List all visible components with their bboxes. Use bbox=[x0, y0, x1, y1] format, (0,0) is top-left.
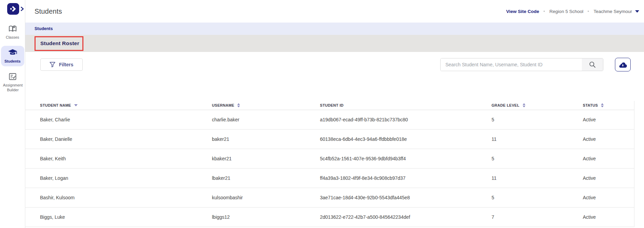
search-box bbox=[440, 58, 603, 71]
column-label: STUDENT ID bbox=[320, 103, 344, 107]
table-row[interactable]: Baker, Charlie charlie.baker a19db067-ec… bbox=[25, 110, 634, 130]
graduation-cap-icon bbox=[8, 49, 17, 56]
cell-grade-level: 5 bbox=[492, 195, 583, 200]
column-header-student-id: STUDENT ID bbox=[320, 103, 492, 107]
school-name: Region 5 School bbox=[549, 9, 583, 14]
cell-status: Active bbox=[583, 175, 634, 181]
chevron-right-icon bbox=[21, 6, 24, 11]
separator-dot-icon bbox=[544, 11, 545, 12]
cell-username: lbiggs12 bbox=[212, 214, 320, 220]
logo-row bbox=[0, 0, 25, 17]
sidebar-nav: Classes Students bbox=[0, 22, 25, 98]
cell-student-name: Bashir, Kulsoom bbox=[40, 195, 212, 200]
section-title: Student Roster bbox=[40, 40, 79, 46]
cell-grade-level: 5 bbox=[492, 156, 583, 161]
arrow-logo-icon bbox=[10, 5, 17, 12]
cell-student-name: Baker, Keith bbox=[40, 156, 212, 161]
cell-grade-level: 11 bbox=[492, 136, 583, 142]
user-menu[interactable]: Teachme Seymour bbox=[593, 9, 639, 14]
page-title: Students bbox=[35, 8, 62, 15]
students-page: Classes Students bbox=[0, 0, 644, 228]
cell-status: Active bbox=[583, 195, 634, 200]
cell-username: lbaker21 bbox=[212, 175, 320, 181]
cell-grade-level: 5 bbox=[492, 117, 583, 122]
sort-icon bbox=[523, 103, 525, 107]
cell-status: Active bbox=[583, 214, 634, 220]
cell-student-id: 5c4fb52a-1561-407e-9536-9dbfd94b3ff4 bbox=[320, 156, 492, 161]
top-header: Students View Site Code Region 5 School … bbox=[25, 0, 644, 23]
sidebar: Classes Students bbox=[0, 0, 25, 228]
sidebar-item-classes[interactable]: Classes bbox=[1, 22, 24, 42]
section-title-bar: Student Roster bbox=[25, 35, 644, 52]
sidebar-item-students[interactable]: Students bbox=[1, 46, 24, 66]
table-header-row: STUDENT NAME USERNAME STUDENT ID GRADE L… bbox=[25, 101, 634, 110]
cell-student-id: 60138eca-6db4-4ec3-94a6-ffdbbbfe018e bbox=[320, 136, 492, 142]
caret-down-icon bbox=[635, 10, 639, 13]
sidebar-item-label: Students bbox=[1, 59, 24, 64]
table-row[interactable]: Biggs, Luke lbiggs12 2d013622-e722-42b7-… bbox=[25, 207, 634, 227]
separator-dot-icon bbox=[588, 11, 589, 12]
table-row[interactable]: Baker, Keith kbaker21 5c4fb52a-1561-407e… bbox=[25, 149, 634, 169]
filter-funnel-icon bbox=[50, 62, 55, 67]
cell-username: charlie.baker bbox=[212, 117, 320, 122]
cell-student-name: Baker, Logan bbox=[40, 175, 212, 181]
table-row[interactable]: Baker, Logan lbaker21 ff4a39a3-1802-4f9f… bbox=[25, 169, 634, 188]
sort-descending-icon bbox=[74, 104, 78, 106]
cell-username: baker21 bbox=[212, 136, 320, 142]
table-row[interactable]: Baker, Danielle baker21 60138eca-6db4-4e… bbox=[25, 130, 634, 149]
cell-student-id: a19db067-ecad-49ff-b73b-821bc737bc80 bbox=[320, 117, 492, 122]
search-icon bbox=[589, 61, 596, 68]
export-download-button[interactable] bbox=[615, 58, 631, 71]
table-row[interactable]: Bashir, Kulsoom kulsoombashir 3ae71cae-1… bbox=[25, 188, 634, 207]
cell-status: Active bbox=[583, 117, 634, 122]
filters-label: Filters bbox=[59, 62, 73, 67]
cell-grade-level: 11 bbox=[492, 175, 583, 181]
sort-icon bbox=[237, 103, 240, 107]
breadcrumb-students[interactable]: Students bbox=[35, 26, 53, 31]
cell-student-name: Baker, Danielle bbox=[40, 136, 212, 142]
breadcrumb: Students bbox=[25, 23, 644, 35]
column-header-username[interactable]: USERNAME bbox=[212, 103, 320, 107]
column-label: USERNAME bbox=[212, 103, 234, 107]
view-site-code-link[interactable]: View Site Code bbox=[506, 9, 539, 14]
search-input[interactable] bbox=[441, 58, 582, 71]
cell-status: Active bbox=[583, 156, 634, 161]
sidebar-expand-toggle[interactable] bbox=[21, 6, 25, 12]
cell-grade-level: 7 bbox=[492, 214, 583, 220]
cell-student-id: ff4a39a3-1802-4f9f-8e34-8c908cb97d37 bbox=[320, 175, 492, 181]
cell-student-id: 3ae71cae-18d4-430e-92b0-5543dfa445e8 bbox=[320, 195, 492, 200]
sidebar-item-label: Assignment Builder bbox=[1, 83, 25, 92]
toolbar: Filters bbox=[25, 58, 644, 71]
column-header-student-name[interactable]: STUDENT NAME bbox=[40, 103, 212, 107]
cloud-download-icon bbox=[619, 62, 627, 68]
main-area: Students View Site Code Region 5 School … bbox=[25, 0, 644, 228]
sidebar-item-label: Classes bbox=[1, 35, 24, 40]
search-button[interactable] bbox=[582, 58, 603, 71]
cell-username: kulsoombashir bbox=[212, 195, 320, 200]
cell-student-name: Baker, Charlie bbox=[40, 117, 212, 122]
column-header-status[interactable]: STATUS bbox=[583, 103, 634, 107]
cell-status: Active bbox=[583, 136, 634, 142]
cell-username: kbaker21 bbox=[212, 156, 320, 161]
column-label: STUDENT NAME bbox=[40, 103, 71, 107]
column-label: STATUS bbox=[583, 103, 598, 107]
assignment-icon bbox=[9, 73, 17, 80]
book-icon bbox=[8, 25, 17, 32]
filters-button[interactable]: Filters bbox=[40, 58, 83, 71]
header-right: View Site Code Region 5 School Teachme S… bbox=[506, 9, 639, 14]
column-header-grade-level[interactable]: GRADE LEVEL bbox=[492, 103, 583, 107]
user-name: Teachme Seymour bbox=[593, 9, 632, 14]
sort-icon bbox=[601, 103, 604, 107]
student-roster-table: STUDENT NAME USERNAME STUDENT ID GRADE L… bbox=[25, 101, 634, 227]
cell-student-id: 2d013622-e722-42b7-a500-845642234def bbox=[320, 214, 492, 220]
column-label: GRADE LEVEL bbox=[492, 103, 520, 107]
sidebar-item-assignment-builder[interactable]: Assignment Builder bbox=[1, 70, 24, 95]
cell-student-name: Biggs, Luke bbox=[40, 214, 212, 220]
app-logo[interactable] bbox=[7, 3, 19, 15]
